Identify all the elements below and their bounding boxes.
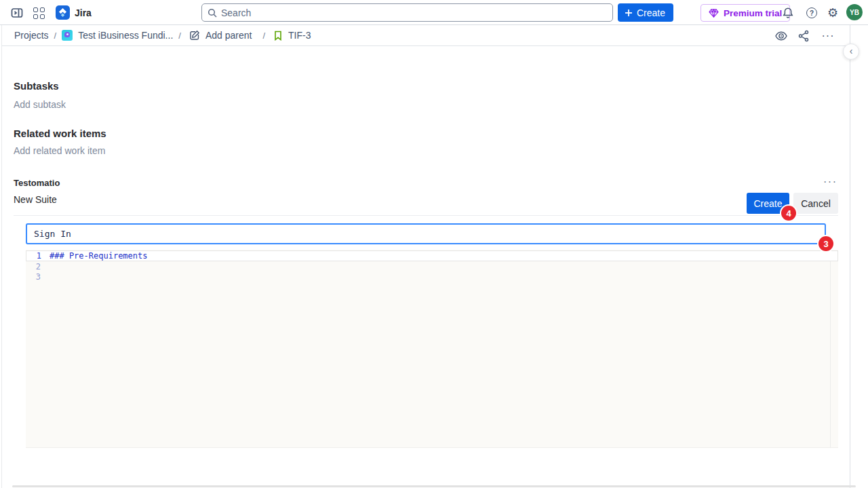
line-number: 1 xyxy=(26,251,41,261)
breadcrumb-project-link[interactable]: Test iBusiness Fundi... xyxy=(78,30,173,41)
breadcrumb-projects-link[interactable]: Projects xyxy=(14,30,49,41)
annotation-badge-4: 4 xyxy=(781,206,796,221)
annotation-badge-3: 3 xyxy=(818,236,833,251)
search-input[interactable] xyxy=(221,7,587,18)
user-avatar[interactable]: YB xyxy=(846,4,863,20)
gem-icon xyxy=(709,9,719,18)
story-bookmark-icon xyxy=(273,31,283,41)
section-divider xyxy=(14,215,838,216)
breadcrumb-separator: / xyxy=(262,31,265,41)
search-bar[interactable] xyxy=(201,3,613,22)
edit-pencil-icon xyxy=(189,30,200,41)
jira-logo-icon[interactable] xyxy=(56,5,70,20)
related-work-items-heading: Related work items xyxy=(14,128,106,139)
search-icon xyxy=(208,8,217,18)
settings-gear-icon[interactable]: ⚙ xyxy=(824,4,842,22)
line-number: 3 xyxy=(26,272,41,282)
help-icon[interactable]: ? xyxy=(803,4,821,22)
breadcrumb-add-parent-link[interactable]: Add parent xyxy=(205,30,252,41)
share-icon[interactable] xyxy=(794,26,813,45)
app-title: Jira xyxy=(75,7,92,18)
breadcrumb-separator: / xyxy=(178,31,181,41)
add-subtask-button[interactable]: Add subtask xyxy=(14,99,66,110)
suite-cancel-button[interactable]: Cancel xyxy=(793,193,838,214)
chevron-left-icon: ‹ xyxy=(850,45,853,56)
add-related-work-item-button[interactable]: Add related work item xyxy=(14,145,105,156)
line-number: 2 xyxy=(26,262,41,271)
breadcrumb-issue-key[interactable]: TIF-3 xyxy=(288,30,311,41)
top-navbar: Jira Create Premium trial xyxy=(0,0,868,25)
breadcrumb: Projects / Test iBusiness Fundi... / Add… xyxy=(2,25,850,46)
horizontal-scrollbar[interactable] xyxy=(12,485,856,487)
testomatio-more-icon[interactable]: ··· xyxy=(823,176,837,188)
premium-trial-button[interactable]: Premium trial xyxy=(701,4,790,22)
suite-description-editor[interactable]: 1 ### Pre-Requirements 2 3 xyxy=(26,250,838,448)
app-switcher-icon[interactable] xyxy=(30,4,47,22)
watch-eye-icon[interactable] xyxy=(772,26,791,45)
breadcrumb-more-icon[interactable]: ··· xyxy=(818,26,837,45)
testomatio-heading: Testomatio xyxy=(14,178,60,188)
line-text: ### Pre-Requirements xyxy=(50,251,148,261)
subtasks-heading: Subtasks xyxy=(14,80,59,92)
plus-icon xyxy=(625,9,633,17)
editor-line[interactable]: 3 xyxy=(26,271,838,282)
suite-name-input[interactable] xyxy=(26,223,826,244)
premium-trial-label: Premium trial xyxy=(724,8,782,18)
project-avatar-icon xyxy=(62,30,73,41)
breadcrumb-separator: / xyxy=(54,31,57,41)
new-suite-label: New Suite xyxy=(14,194,57,205)
editor-line[interactable]: 1 ### Pre-Requirements xyxy=(26,250,838,261)
avatar-initials: YB xyxy=(850,9,859,16)
create-button-label: Create xyxy=(637,7,665,18)
editor-line[interactable]: 2 xyxy=(26,261,838,272)
more-glyph: ··· xyxy=(822,31,835,41)
create-button[interactable]: Create xyxy=(618,3,673,22)
sidebar-toggle-icon[interactable] xyxy=(8,4,26,22)
collapse-panel-button[interactable]: ‹ xyxy=(843,43,859,60)
notifications-bell-icon[interactable] xyxy=(779,4,797,22)
